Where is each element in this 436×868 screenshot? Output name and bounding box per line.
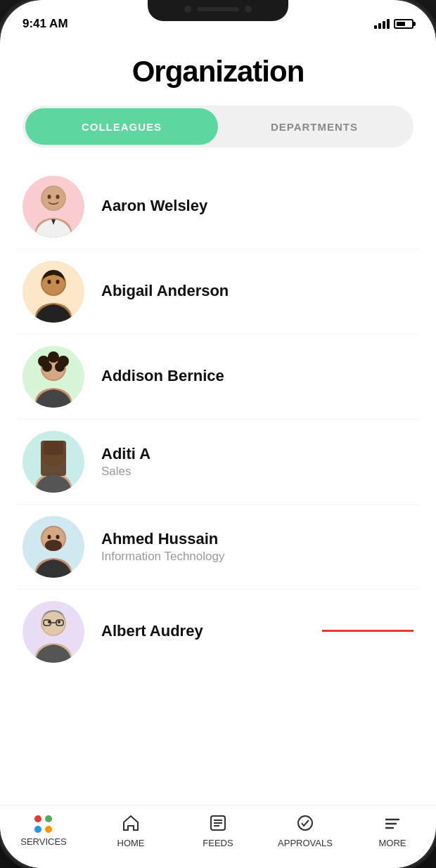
colleague-info: Aditi A Sales <box>101 445 413 479</box>
svg-point-31 <box>56 535 60 539</box>
svg-point-8 <box>48 280 51 284</box>
red-line-indicator <box>322 630 413 632</box>
main-content: Organization COLLEAGUES DEPARTMENTS <box>0 38 436 805</box>
nav-more[interactable]: MORE <box>349 814 436 848</box>
svg-point-40 <box>58 621 60 623</box>
svg-point-4 <box>56 195 60 199</box>
nav-feeds-label: FEEDS <box>203 838 233 848</box>
page-header: Organization <box>0 38 436 100</box>
avatar-image <box>23 431 84 493</box>
services-icon <box>34 815 53 834</box>
status-time: 9:41 AM <box>23 17 68 31</box>
colleague-name: Ahmed Hussain <box>101 530 413 548</box>
svg-point-39 <box>48 621 51 623</box>
colleague-item[interactable]: Aditi A Sales <box>17 420 419 505</box>
colleague-info: Addison Bernice <box>101 367 413 387</box>
colleague-name: Aditi A <box>101 445 413 463</box>
feeds-icon <box>209 814 227 835</box>
notch <box>148 0 288 21</box>
colleague-name: Abigail Anderson <box>101 282 413 300</box>
colleague-department: Information Technology <box>101 550 413 564</box>
phone-screen: 9:41 AM Organization <box>0 0 436 868</box>
colleague-item[interactable]: Albert Audrey <box>17 590 419 674</box>
nav-home[interactable]: HOME <box>87 814 174 848</box>
colleague-info: Aaron Welsley <box>101 197 413 216</box>
approvals-icon <box>296 814 314 835</box>
svg-point-9 <box>56 280 60 284</box>
battery-icon <box>394 19 413 29</box>
bottom-nav: SERVICES HOME <box>0 805 436 868</box>
avatar <box>23 261 84 323</box>
nav-approvals[interactable]: APPROVALS <box>262 814 349 848</box>
colleague-info: Ahmed Hussain Information Technology <box>101 530 413 564</box>
nav-more-label: MORE <box>379 838 406 848</box>
svg-point-35 <box>42 612 65 635</box>
colleague-info: Abigail Anderson <box>101 282 413 302</box>
page-title: Organization <box>23 55 413 89</box>
phone-frame: 9:41 AM Organization <box>0 0 436 868</box>
colleague-item[interactable]: Addison Bernice <box>17 335 419 420</box>
avatar-image <box>23 176 84 238</box>
camera-dot <box>184 6 191 13</box>
avatar-image <box>23 601 84 663</box>
avatar <box>23 516 84 578</box>
more-icon <box>383 814 402 835</box>
avatar-image <box>23 261 84 323</box>
status-icons <box>374 19 413 29</box>
colleague-info: Albert Audrey <box>101 622 322 642</box>
tab-colleagues[interactable]: COLLEAGUES <box>25 108 218 145</box>
tab-departments[interactable]: DEPARTMENTS <box>218 108 411 145</box>
sensor-dot <box>245 6 252 13</box>
svg-point-45 <box>298 816 312 830</box>
nav-home-label: HOME <box>117 838 145 848</box>
speaker <box>197 7 239 11</box>
home-icon <box>122 814 140 835</box>
avatar <box>23 431 84 493</box>
nav-approvals-label: APPROVALS <box>278 838 333 848</box>
svg-point-30 <box>48 535 51 539</box>
avatar <box>23 601 84 663</box>
svg-point-16 <box>48 351 59 363</box>
colleague-name: Addison Bernice <box>101 367 413 385</box>
colleague-name: Albert Audrey <box>101 622 322 640</box>
avatar <box>23 346 84 408</box>
svg-point-18 <box>42 362 52 372</box>
colleague-department: Sales <box>101 465 413 479</box>
nav-services[interactable]: SERVICES <box>0 815 87 847</box>
svg-rect-26 <box>44 441 63 455</box>
svg-point-3 <box>48 195 51 199</box>
colleague-item[interactable]: Ahmed Hussain Information Technology <box>17 505 419 590</box>
signal-icon <box>374 19 390 29</box>
colleague-name: Aaron Welsley <box>101 197 413 215</box>
nav-feeds[interactable]: FEEDS <box>174 814 262 848</box>
colleague-item[interactable]: Aaron Welsley <box>17 164 419 250</box>
avatar <box>23 176 84 238</box>
colleague-item[interactable]: Abigail Anderson <box>17 250 419 335</box>
svg-point-19 <box>55 362 65 372</box>
nav-services-label: SERVICES <box>20 836 67 847</box>
tab-toggle: COLLEAGUES DEPARTMENTS <box>23 105 413 148</box>
avatar-image <box>23 346 84 408</box>
avatar-image <box>23 516 84 578</box>
colleagues-list: Aaron Welsley <box>0 164 436 805</box>
svg-point-2 <box>42 187 65 209</box>
